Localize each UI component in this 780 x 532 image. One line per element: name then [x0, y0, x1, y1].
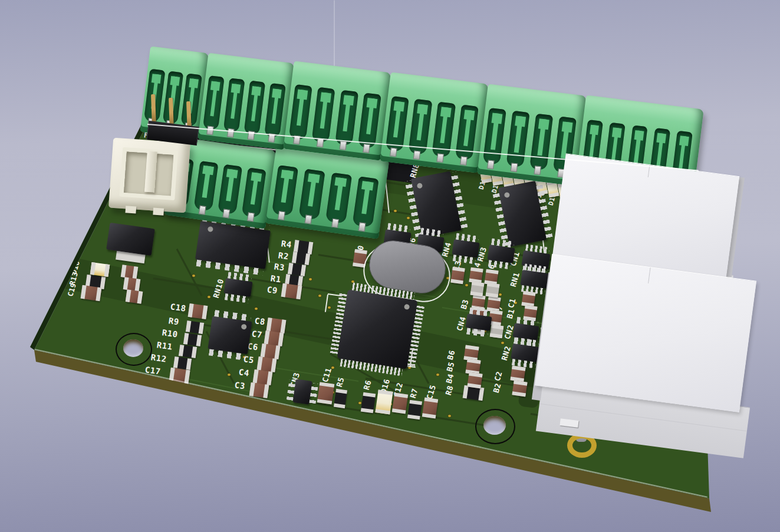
terminal-slot [203, 75, 225, 130]
terminal-slot [218, 164, 242, 214]
white-box-top [535, 254, 756, 412]
terminal-clamp [231, 84, 238, 119]
terminal-clamp [250, 173, 259, 204]
terminal-clamp [210, 81, 218, 117]
terminal-clamp [514, 117, 523, 153]
terminal-screw-pin [331, 218, 339, 227]
terminal-screw-pin [358, 222, 366, 232]
terminal-clamp [538, 119, 547, 156]
terminal-slot [223, 78, 245, 133]
terminal-slot [335, 90, 358, 146]
terminal-clamp [308, 174, 317, 207]
terminal-screw-pin [534, 166, 542, 175]
terminal-slot [264, 83, 286, 138]
terminal-slot [242, 167, 266, 217]
terminal-slot [352, 176, 379, 228]
terminal-block [283, 61, 391, 160]
terminal-clamp [491, 114, 499, 150]
terminal-screw-pin [278, 210, 285, 220]
terminal-screw-pin [223, 209, 231, 218]
terminal-slot [298, 168, 325, 220]
terminal-slot [312, 87, 335, 143]
jst-power-connector [108, 138, 190, 213]
jst-foot [125, 206, 136, 214]
terminal-clamp [393, 101, 401, 138]
terminal-screw-pin [199, 205, 206, 214]
terminal-slots [272, 165, 379, 228]
terminal-screw-pin [304, 214, 312, 224]
terminal-clamp [334, 178, 344, 211]
terminal-slot [272, 165, 298, 217]
jst-foot [153, 208, 164, 216]
terminal-clamp [226, 169, 235, 201]
pcb-3d-render-viewport[interactable]: voltageFVRN9RN8D17D15D11D10RN6RN4RN3CN1R… [0, 0, 780, 532]
terminal-clamp [366, 98, 374, 134]
terminal-clamp [251, 86, 259, 121]
terminal-clamp [202, 166, 211, 198]
terminal-clamp [678, 136, 686, 173]
terminal-screw-pin [413, 150, 421, 160]
terminal-clamp [440, 107, 448, 144]
terminal-slot [358, 92, 381, 148]
terminal-screw-pin [340, 141, 347, 150]
terminal-clamp [343, 95, 351, 131]
terminal-screw-pin [511, 163, 518, 173]
terminal-slot [506, 111, 530, 168]
terminal-slot [325, 172, 352, 224]
components-overlay [0, 0, 780, 532]
terminal-clamp [361, 181, 371, 214]
terminal-block [380, 72, 488, 173]
white-box-seam [648, 267, 650, 283]
terminal-screw-pin [363, 144, 370, 153]
terminal-slots [203, 75, 286, 138]
terminal-slot [243, 81, 265, 136]
terminal-screw-pin [487, 160, 495, 170]
terminal-clamp [281, 170, 290, 203]
terminal-screw-pin [227, 128, 235, 137]
terminal-clamp [417, 104, 425, 141]
terminal-screw-pin [390, 147, 397, 157]
terminal-slot [482, 108, 506, 165]
terminal-clamp [297, 90, 305, 125]
terminal-clamp [271, 89, 279, 124]
terminal-slot [529, 114, 554, 171]
terminal-clamp [320, 92, 328, 128]
terminal-slot [288, 84, 312, 140]
terminal-screw-pin [460, 156, 468, 165]
terminal-slot [194, 161, 219, 211]
terminal-clamp [463, 110, 472, 147]
terminal-slots [288, 84, 381, 148]
terminal-slot [181, 73, 202, 127]
terminal-screw-pin [247, 212, 255, 222]
terminal-screw-pin [436, 153, 444, 163]
terminal-slots [482, 108, 577, 173]
